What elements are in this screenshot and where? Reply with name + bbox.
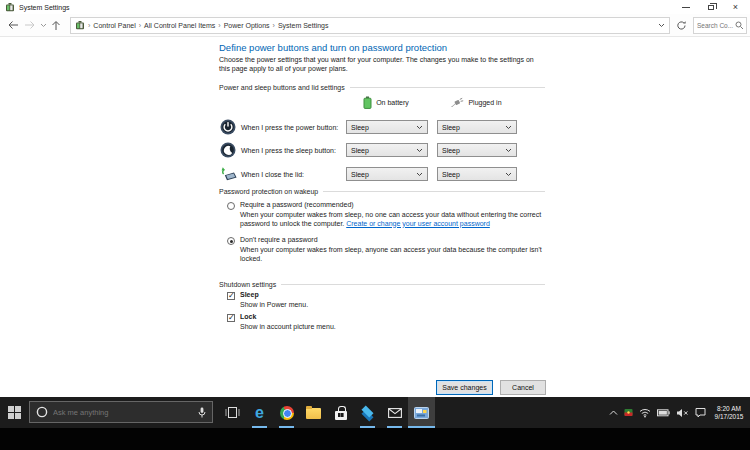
section-power-buttons: Power and sleep buttons and lid settings (219, 84, 545, 91)
sleep-button-plugged-in-select[interactable]: Sleep (437, 143, 517, 157)
selected-value: Sleep (351, 124, 369, 131)
taskbar-app-edge[interactable]: e (246, 397, 273, 428)
close-lid-on-battery-select[interactable]: Sleep (346, 167, 428, 181)
volume-button[interactable] (676, 408, 689, 418)
bottom-letterbox (0, 428, 750, 450)
power-button-plugged-in-select[interactable]: Sleep (437, 120, 517, 134)
wifi-button[interactable] (639, 408, 651, 418)
row-sleep-button: When I press the sleep button: Sleep Sle… (219, 139, 545, 161)
control-panel-search[interactable] (693, 17, 747, 34)
cortana-search-input[interactable] (53, 408, 193, 417)
task-view-icon (225, 407, 240, 418)
section-password-protection: Password protection on wakeup (219, 188, 545, 195)
breadcrumb-all-items[interactable]: All Control Panel Items (144, 22, 215, 29)
taskbar-app-file-explorer[interactable] (300, 397, 327, 428)
taskbar-app-bluestacks[interactable] (354, 397, 381, 428)
row-label: When I press the power button: (241, 124, 338, 131)
selected-value: Sleep (442, 147, 460, 154)
chevron-down-icon (505, 125, 512, 130)
breadcrumb-separator: › (139, 22, 141, 29)
refresh-icon (676, 20, 687, 31)
action-center-button[interactable] (695, 407, 706, 418)
sleep-checkbox-description: Show in Power menu. (240, 301, 308, 310)
up-button[interactable] (48, 16, 64, 34)
task-view-button[interactable] (219, 397, 245, 428)
page-intro: Choose the power settings that you want … (219, 56, 541, 73)
start-button[interactable] (0, 397, 29, 428)
address-bar[interactable]: › Control Panel › All Control Panel Item… (70, 17, 670, 34)
tray-app-icon[interactable] (624, 408, 633, 417)
title-bar: System Settings × (0, 0, 750, 14)
section-shutdown-settings: Shutdown settings (219, 281, 545, 288)
restore-icon (708, 5, 714, 10)
chevron-down-icon (658, 23, 665, 28)
cancel-button[interactable]: Cancel (500, 380, 546, 395)
taskbar-clock[interactable]: 8:20 AM 9/17/2015 (712, 405, 746, 421)
section-title: Shutdown settings (219, 281, 276, 288)
require-password-radio[interactable] (227, 202, 235, 210)
dont-require-password-radio[interactable] (227, 237, 235, 245)
system-tray: 8:20 AM 9/17/2015 (609, 397, 750, 428)
restore-button[interactable] (698, 0, 723, 14)
dont-require-password-label[interactable]: Don't require a password (240, 236, 318, 243)
back-button[interactable] (4, 16, 22, 34)
taskbar-app-chrome[interactable] (273, 397, 300, 428)
caption-buttons: × (673, 0, 748, 14)
column-on-battery: On battery (340, 95, 432, 109)
chevron-down-icon (416, 125, 423, 130)
row-label: When I close the lid: (241, 171, 304, 178)
change-password-link[interactable]: Create or change your user account passw… (346, 220, 490, 227)
clock-time: 8:20 AM (712, 405, 746, 413)
address-dropdown-button[interactable] (658, 23, 665, 28)
taskbar-app-store[interactable] (327, 397, 354, 428)
page-title: Define power buttons and turn on passwor… (219, 42, 447, 53)
forward-button[interactable] (22, 16, 38, 34)
breadcrumb-power-options[interactable]: Power Options (224, 22, 270, 29)
taskbar-apps: e (246, 397, 435, 428)
cortana-search-box[interactable] (29, 401, 213, 423)
recent-pages-button[interactable] (38, 16, 48, 34)
sleep-checkbox[interactable] (227, 292, 235, 300)
clock-date: 9/17/2015 (712, 413, 746, 421)
save-changes-button[interactable]: Save changes (436, 380, 493, 395)
action-center-icon (695, 407, 706, 418)
lock-checkbox[interactable] (227, 314, 235, 322)
section-divider (350, 87, 545, 88)
column-label: On battery (376, 99, 409, 106)
lock-checkbox-description: Show in account picture menu. (240, 323, 336, 332)
section-divider (323, 191, 545, 192)
row-label: When I press the sleep button: (241, 147, 336, 154)
plug-icon (450, 96, 464, 108)
battery-icon (363, 96, 372, 109)
search-input[interactable] (697, 22, 735, 29)
selected-value: Sleep (442, 171, 460, 178)
close-button[interactable]: × (723, 0, 748, 14)
taskbar: e (0, 397, 750, 428)
battery-status-icon (657, 409, 670, 417)
chrome-icon (280, 406, 294, 420)
power-button-on-battery-select[interactable]: Sleep (346, 120, 428, 134)
mail-icon (388, 408, 402, 418)
taskbar-app-mail[interactable] (381, 397, 408, 428)
breadcrumb-control-panel[interactable]: Control Panel (93, 22, 135, 29)
sleep-checkbox-label[interactable]: Sleep (240, 291, 259, 298)
lock-checkbox-label[interactable]: Lock (240, 313, 256, 320)
taskbar-app-system-settings[interactable] (408, 397, 435, 428)
microphone-icon[interactable] (198, 407, 206, 418)
screen: System Settings × (0, 0, 750, 450)
refresh-button[interactable] (673, 17, 689, 34)
breadcrumb-system-settings[interactable]: System Settings (278, 22, 329, 29)
row-power-button: When I press the power button: Sleep Sle… (219, 116, 545, 138)
bluestacks-icon (360, 405, 375, 420)
battery-button[interactable] (657, 409, 670, 417)
wifi-icon (639, 408, 651, 418)
selected-value: Sleep (442, 124, 460, 131)
system-settings-icon (414, 407, 429, 419)
section-divider (281, 284, 545, 285)
require-password-label[interactable]: Require a password (recommended) (240, 201, 354, 208)
sleep-button-on-battery-select[interactable]: Sleep (346, 143, 428, 157)
tray-overflow-button[interactable] (609, 410, 618, 416)
minimize-button[interactable] (673, 0, 698, 14)
section-title: Power and sleep buttons and lid settings (219, 84, 345, 91)
close-lid-plugged-in-select[interactable]: Sleep (437, 167, 517, 181)
